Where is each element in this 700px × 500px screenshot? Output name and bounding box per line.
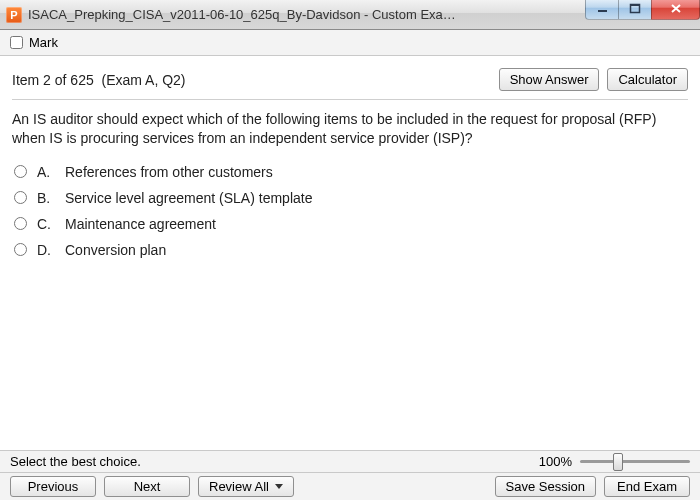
question-text: An IS auditor should expect which of the… (12, 110, 688, 148)
zoom-group: 100% (539, 454, 690, 469)
item-counter-row: Item 2 of 625 (Exam A, Q2) (12, 72, 186, 88)
show-answer-button[interactable]: Show Answer (499, 68, 600, 91)
option-d[interactable]: D. Conversion plan (14, 242, 688, 258)
content-area: Item 2 of 625 (Exam A, Q2) Show Answer C… (0, 56, 700, 450)
window-title: ISACA_Prepking_CISA_v2011-06-10_625q_By-… (28, 7, 458, 22)
app-icon: P (6, 7, 22, 23)
chevron-down-icon (275, 484, 283, 489)
maximize-icon (629, 3, 641, 14)
review-all-label: Review All (209, 479, 269, 494)
nav-group: Previous Next Review All (10, 476, 294, 497)
item-counter: Item 2 of 625 (12, 72, 94, 88)
item-exam-ref: (Exam A, Q2) (102, 72, 186, 88)
close-icon (670, 3, 682, 14)
zoom-label: 100% (539, 454, 572, 469)
options-list: A. References from other customers B. Se… (12, 164, 688, 258)
next-button[interactable]: Next (104, 476, 190, 497)
option-b-letter: B. (37, 190, 55, 206)
bottom-toolbar: Previous Next Review All Save Session En… (0, 472, 700, 500)
svg-rect-2 (630, 4, 640, 6)
option-d-radio[interactable] (14, 243, 27, 256)
option-c-letter: C. (37, 216, 55, 232)
option-a-radio[interactable] (14, 165, 27, 178)
maximize-button[interactable] (618, 0, 652, 20)
option-c-text: Maintenance agreement (65, 216, 216, 232)
option-c[interactable]: C. Maintenance agreement (14, 216, 688, 232)
option-c-radio[interactable] (14, 217, 27, 230)
window-controls (586, 0, 700, 20)
zoom-slider[interactable] (580, 460, 690, 463)
option-a-letter: A. (37, 164, 55, 180)
previous-button[interactable]: Previous (10, 476, 96, 497)
session-group: Save Session End Exam (495, 476, 691, 497)
mark-label: Mark (29, 35, 58, 50)
item-header: Item 2 of 625 (Exam A, Q2) Show Answer C… (12, 68, 688, 91)
divider (12, 99, 688, 100)
close-button[interactable] (651, 0, 700, 20)
option-b-radio[interactable] (14, 191, 27, 204)
mark-row: Mark (0, 30, 700, 56)
calculator-button[interactable]: Calculator (607, 68, 688, 91)
svg-rect-0 (598, 10, 607, 12)
option-d-letter: D. (37, 242, 55, 258)
mark-checkbox[interactable] (10, 36, 23, 49)
item-actions: Show Answer Calculator (499, 68, 688, 91)
window-titlebar: P ISACA_Prepking_CISA_v2011-06-10_625q_B… (0, 0, 700, 30)
option-d-text: Conversion plan (65, 242, 166, 258)
minimize-icon (597, 3, 608, 14)
save-session-button[interactable]: Save Session (495, 476, 597, 497)
status-hint: Select the best choice. (10, 454, 141, 469)
minimize-button[interactable] (585, 0, 619, 20)
option-a[interactable]: A. References from other customers (14, 164, 688, 180)
status-bar: Select the best choice. 100% (0, 450, 700, 472)
option-a-text: References from other customers (65, 164, 273, 180)
review-all-button[interactable]: Review All (198, 476, 294, 497)
option-b-text: Service level agreement (SLA) template (65, 190, 312, 206)
option-b[interactable]: B. Service level agreement (SLA) templat… (14, 190, 688, 206)
end-exam-button[interactable]: End Exam (604, 476, 690, 497)
